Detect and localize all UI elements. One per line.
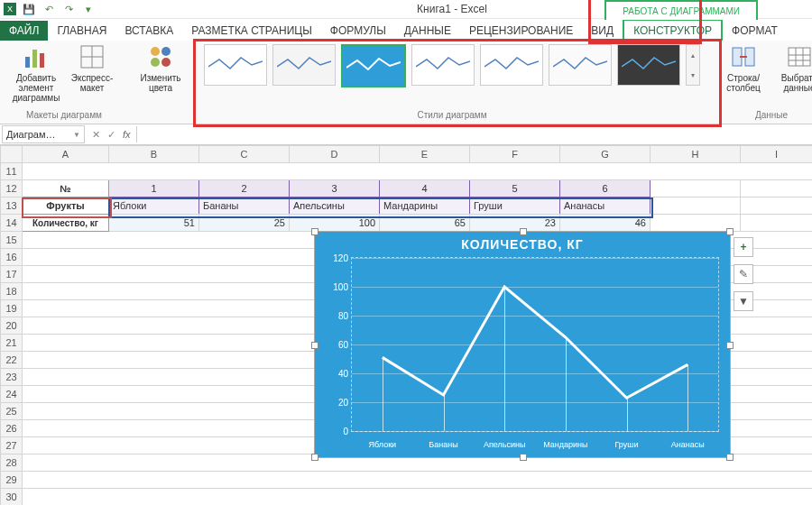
cell[interactable]	[741, 215, 813, 232]
row-header[interactable]: 22	[1, 352, 23, 369]
chart-style-2[interactable]	[272, 44, 336, 86]
cell[interactable]: 100	[290, 215, 380, 232]
cell[interactable]: 5	[470, 180, 560, 197]
col-header[interactable]: D	[290, 146, 380, 163]
cell[interactable]: Ананасы	[560, 197, 651, 215]
row-header[interactable]: 26	[1, 420, 23, 437]
enter-icon[interactable]: ✓	[107, 129, 115, 141]
row-header[interactable]: 23	[1, 369, 23, 386]
quick-layout-button[interactable]: Экспресс-макет	[65, 42, 119, 103]
worksheet-grid[interactable]: A B C D E F G H I 11 12 № 1 2 3 4 5 6 13…	[0, 145, 812, 505]
tab-file[interactable]: ФАЙЛ	[0, 21, 48, 41]
cell[interactable]: 65	[380, 215, 470, 232]
cell[interactable]	[741, 197, 813, 215]
resize-handle[interactable]	[520, 454, 527, 461]
cell[interactable]: 4	[380, 180, 470, 197]
cell[interactable]	[23, 489, 813, 506]
resize-handle[interactable]	[311, 454, 318, 461]
tab-data[interactable]: ДАННЫЕ	[395, 21, 460, 41]
resize-handle[interactable]	[311, 228, 318, 235]
cell[interactable]: 51	[109, 215, 199, 232]
row-header[interactable]: 21	[1, 335, 23, 352]
select-all-corner[interactable]	[1, 146, 23, 163]
chart-styles-button[interactable]: ✎	[734, 264, 753, 284]
col-header[interactable]: G	[560, 146, 651, 163]
cell[interactable]: 25	[199, 215, 290, 232]
cell[interactable]: 46	[560, 215, 651, 232]
cell[interactable]	[23, 163, 813, 180]
chart-style-6[interactable]	[549, 44, 612, 86]
cell[interactable]	[651, 180, 741, 197]
cancel-icon[interactable]: ✕	[92, 129, 100, 141]
switch-row-column-button[interactable]: Строка/столбец	[716, 42, 770, 93]
tab-insert[interactable]: ВСТАВКА	[115, 21, 182, 41]
chart-style-5[interactable]	[480, 44, 543, 86]
col-header[interactable]: E	[380, 146, 470, 163]
cell[interactable]: 2	[199, 180, 290, 197]
embedded-chart[interactable]: КОЛИЧЕСТВО, КГ 020406080100120ЯблокиБана…	[314, 231, 731, 458]
col-header[interactable]: A	[23, 146, 109, 163]
cell[interactable]: Количество, кг	[23, 215, 109, 232]
row-header[interactable]: 19	[1, 300, 23, 317]
cell[interactable]: 6	[560, 180, 651, 197]
change-colors-button[interactable]: Изменить цвета	[134, 42, 188, 93]
tab-review[interactable]: РЕЦЕНЗИРОВАНИЕ	[460, 21, 582, 41]
row-header[interactable]: 11	[1, 163, 23, 180]
cell[interactable]	[651, 197, 741, 215]
row-header[interactable]: 12	[1, 180, 23, 197]
excel-icon[interactable]: X	[4, 3, 16, 15]
formula-input[interactable]	[136, 126, 812, 142]
row-header[interactable]: 27	[1, 437, 23, 454]
row-header[interactable]: 30	[1, 489, 23, 506]
row-header[interactable]: 24	[1, 386, 23, 403]
row-header[interactable]: 29	[1, 472, 23, 489]
tab-home[interactable]: ГЛАВНАЯ	[48, 21, 115, 41]
chart-style-7[interactable]	[617, 44, 680, 86]
resize-handle[interactable]	[726, 454, 734, 461]
row-header[interactable]: 15	[1, 232, 23, 249]
cell[interactable]: 23	[470, 215, 560, 232]
qat-dropdown-icon[interactable]: ▾	[81, 2, 96, 16]
cell[interactable]: Яблоки	[109, 197, 199, 215]
row-header[interactable]: 13	[1, 197, 23, 215]
resize-handle[interactable]	[520, 228, 527, 235]
cell[interactable]	[23, 472, 813, 489]
row-header[interactable]: 16	[1, 249, 23, 266]
col-header[interactable]: I	[741, 146, 813, 163]
tab-formulas[interactable]: ФОРМУЛЫ	[321, 21, 395, 41]
row-header[interactable]: 17	[1, 266, 23, 283]
tab-page-layout[interactable]: РАЗМЕТКА СТРАНИЦЫ	[182, 21, 321, 41]
cell[interactable]	[741, 180, 813, 197]
tab-format[interactable]: ФОРМАТ	[723, 21, 787, 41]
name-box[interactable]: Диаграм…▼	[2, 125, 85, 143]
cell[interactable]: №	[23, 180, 109, 197]
resize-handle[interactable]	[726, 228, 734, 235]
cell[interactable]: Груши	[470, 197, 560, 215]
save-icon[interactable]: 💾	[22, 2, 36, 16]
cell[interactable]: 1	[109, 180, 199, 197]
chart-styles-more-button[interactable]: ▴▾	[686, 44, 700, 86]
col-header[interactable]: C	[199, 146, 290, 163]
undo-icon[interactable]: ↶	[42, 2, 56, 16]
chart-style-3[interactable]	[341, 44, 406, 87]
add-chart-element-button[interactable]: Добавить элемент диаграммы	[9, 42, 63, 103]
cell[interactable]: Апельсины	[290, 197, 380, 215]
row-header[interactable]: 18	[1, 283, 23, 300]
cell[interactable]: Бананы	[199, 197, 290, 215]
col-header[interactable]: F	[470, 146, 560, 163]
chart-style-1[interactable]	[204, 44, 267, 86]
tab-view[interactable]: ВИД	[582, 21, 623, 41]
fx-icon[interactable]: fx	[123, 129, 131, 140]
chart-style-4[interactable]	[411, 44, 475, 86]
col-header[interactable]: H	[651, 146, 741, 163]
cell[interactable]: Фрукты	[23, 197, 109, 215]
cell[interactable]: Мандарины	[380, 197, 470, 215]
resize-handle[interactable]	[311, 342, 318, 349]
chart-filters-button[interactable]: ▼	[734, 291, 753, 311]
select-data-button[interactable]: Выбрать данные	[772, 42, 812, 93]
row-header[interactable]: 14	[1, 215, 23, 232]
chart-plot-area[interactable]: 020406080100120ЯблокиБананыАпельсиныМанд…	[351, 257, 719, 432]
tab-design[interactable]: КОНСТРУКТОР	[623, 19, 723, 41]
resize-handle[interactable]	[726, 342, 734, 349]
chart-title[interactable]: КОЛИЧЕСТВО, КГ	[315, 232, 730, 257]
